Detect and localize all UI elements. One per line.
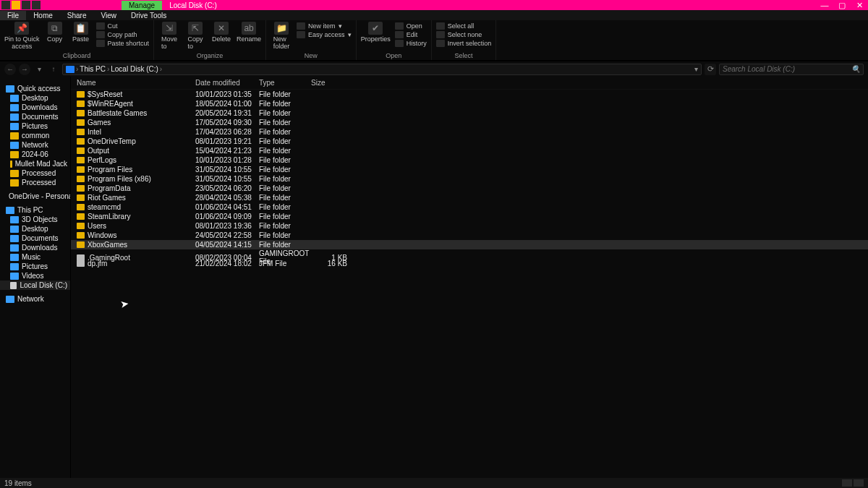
file-row[interactable]: Games17/05/2024 09:30File folder (71, 118, 868, 127)
sidebar-item-network[interactable]: Network (0, 294, 70, 304)
nav-recent-button[interactable]: ▾ (33, 64, 45, 75)
open-button[interactable]: Open (395, 22, 427, 30)
file-row[interactable]: ProgramData23/05/2024 06:20File folder (71, 184, 868, 193)
file-row[interactable]: OneDriveTemp08/01/2023 19:21File folder (71, 137, 868, 146)
file-row[interactable]: .GamingRoot08/02/2023 00:04GAMINGROOT Fi… (71, 249, 868, 259)
new-folder-button[interactable]: 📁New folder (271, 22, 292, 50)
file-row[interactable]: Users08/01/2023 19:36File folder (71, 221, 868, 231)
sidebar-item-quick-access[interactable]: Quick access (0, 84, 70, 93)
sidebar-item-downloads[interactable]: Downloads (0, 103, 70, 112)
sidebar-item-label: Desktop (22, 94, 48, 102)
new-item-button[interactable]: New item ▾ (297, 22, 352, 30)
select-all-button[interactable]: Select all (436, 22, 492, 30)
tab-view[interactable]: View (94, 11, 124, 20)
file-row[interactable]: Windows24/05/2024 22:58File folder (71, 231, 868, 240)
nav-forward-button[interactable]: → (19, 64, 30, 75)
details-view-button[interactable] (842, 479, 852, 487)
sidebar-item-local-disk-c[interactable]: Local Disk (C:) (0, 281, 70, 290)
copy-button[interactable]: ⧉ Copy (44, 22, 66, 43)
sidebar-item-label: Videos (22, 272, 43, 280)
window-title: Local Disk (C:) (162, 1, 224, 10)
sidebar-item-label: Downloads (22, 103, 57, 111)
file-row[interactable]: PerfLogs10/01/2023 01:28File folder (71, 155, 868, 165)
sidebar-item-this-pc[interactable]: This PC (0, 205, 70, 215)
breadcrumb-local-disk[interactable]: Local Disk (C:) (111, 65, 158, 73)
folder-icon (77, 157, 85, 163)
minimize-button[interactable]: — (816, 1, 833, 10)
properties-button[interactable]: ✔Properties (361, 22, 391, 43)
col-date[interactable]: Date modified (195, 79, 259, 87)
tab-file[interactable]: File (0, 11, 26, 20)
new-folder-label: New folder (273, 35, 290, 50)
nav-up-button[interactable]: ↑ (48, 64, 59, 75)
file-row[interactable]: Program Files31/05/2024 10:55File folder (71, 165, 868, 174)
column-headers[interactable]: Name Date modified Type Size (71, 77, 868, 90)
file-row[interactable]: Intel17/04/2023 06:28File folder (71, 127, 868, 137)
history-button[interactable]: History (395, 39, 427, 48)
file-row[interactable]: Battlestate Games20/05/2024 19:31File fo… (71, 108, 868, 118)
desktop-icon (10, 226, 19, 233)
move-to-button[interactable]: ⇲Move to (158, 22, 180, 50)
delete-button[interactable]: ✕Delete (210, 22, 232, 43)
sidebar-item-common[interactable]: common (0, 131, 70, 140)
tab-share[interactable]: Share (60, 11, 94, 20)
sidebar-item-music[interactable]: Music (0, 252, 70, 262)
file-row[interactable]: dp.jfm21/02/2024 18:02JFM File16 KB (71, 259, 868, 268)
sidebar-item-2024-06[interactable]: 2024-06 (0, 150, 70, 159)
rename-button[interactable]: abRename (237, 22, 261, 43)
nav-tree[interactable]: Quick access Desktop Downloads Documents… (0, 77, 71, 478)
address-dropdown-icon[interactable]: ▾ (694, 65, 698, 73)
tab-home[interactable]: Home (26, 11, 60, 20)
file-row[interactable]: Output15/04/2024 21:23File folder (71, 146, 868, 155)
file-row[interactable]: steamcmd01/06/2024 04:51File folder (71, 202, 868, 212)
maximize-button[interactable]: ▢ (833, 1, 851, 10)
col-name[interactable]: Name (77, 79, 195, 87)
edit-button[interactable]: Edit (395, 30, 427, 39)
file-row[interactable]: Program Files (x86)31/05/2024 10:55File … (71, 174, 868, 184)
tab-drive-tools[interactable]: Drive Tools (124, 11, 174, 20)
pin-quick-access-button[interactable]: 📌 Pin to Quick access (4, 22, 40, 50)
paste-button[interactable]: 📋 Paste (70, 22, 92, 43)
sidebar-item-pictures[interactable]: Pictures (0, 262, 70, 271)
copy-to-button[interactable]: ⇱Copy to (184, 22, 206, 50)
file-row[interactable]: $SysReset10/01/2023 01:35File folder (71, 90, 868, 99)
invert-selection-button[interactable]: Invert selection (436, 39, 492, 48)
icons-view-button[interactable] (854, 479, 864, 487)
file-type: File folder (259, 147, 311, 155)
file-row[interactable]: $WinREAgent18/05/2024 01:00File folder (71, 99, 868, 108)
sidebar-item-network[interactable]: Network (0, 140, 70, 150)
sidebar-item-videos[interactable]: Videos (0, 271, 70, 281)
sidebar-item-downloads[interactable]: Downloads (0, 243, 70, 252)
sidebar-item-documents[interactable]: Documents (0, 234, 70, 243)
sidebar-item-desktop[interactable]: Desktop (0, 224, 70, 234)
sidebar-item-documents[interactable]: Documents (0, 112, 70, 121)
file-row[interactable]: SteamLibrary01/06/2024 09:09File folder (71, 212, 868, 221)
nav-back-button[interactable]: ← (4, 64, 16, 75)
breadcrumb-this-pc[interactable]: This PC (80, 65, 106, 73)
file-row[interactable]: Riot Games28/04/2024 05:38File folder (71, 193, 868, 202)
easy-access-button[interactable]: Easy access ▾ (297, 30, 352, 39)
ribbon-context-manage[interactable]: Manage (122, 1, 162, 10)
qat-dd-icon[interactable] (32, 1, 41, 9)
sidebar-item-onedrive[interactable]: OneDrive - Personal (0, 192, 70, 201)
cut-button[interactable]: Cut (96, 22, 150, 30)
sidebar-item-pictures[interactable]: Pictures (0, 121, 70, 131)
sidebar-item-3d-objects[interactable]: 3D Objects (0, 215, 70, 224)
col-size[interactable]: Size (311, 79, 352, 87)
file-list[interactable]: Name Date modified Type Size $SysReset10… (71, 77, 868, 478)
copy-path-button[interactable]: Copy path (96, 30, 150, 39)
file-row[interactable]: XboxGames04/05/2024 14:15File folder (71, 240, 868, 249)
select-none-button[interactable]: Select none (436, 30, 492, 39)
address-bar[interactable]: › This PC › Local Disk (C:) › ▾ (62, 64, 702, 75)
paste-shortcut-button[interactable]: Paste shortcut (96, 39, 150, 48)
sidebar-item-mullet[interactable]: Mullet Mad Jack (0, 159, 70, 168)
sidebar-item-desktop[interactable]: Desktop (0, 93, 70, 103)
folder-icon (77, 232, 85, 239)
search-input[interactable]: Search Local Disk (C:) 🔍 (719, 64, 864, 75)
col-type[interactable]: Type (259, 79, 311, 87)
close-button[interactable]: ✕ (851, 1, 868, 10)
sidebar-item-processed[interactable]: Processed (0, 168, 70, 178)
sidebar-item-processed[interactable]: Processed (0, 178, 70, 187)
file-date: 10/01/2023 01:28 (195, 156, 259, 164)
refresh-button[interactable]: ⟳ (705, 64, 716, 75)
